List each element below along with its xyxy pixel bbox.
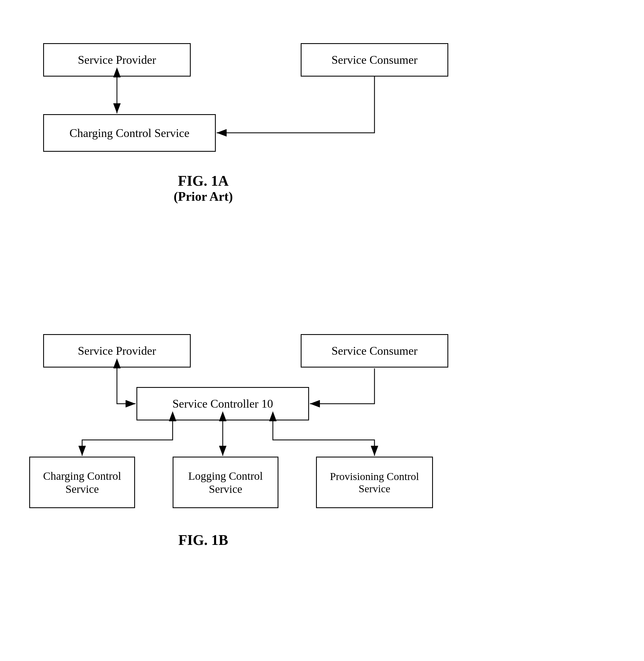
fig1a-service-provider-label: Service Provider [78, 53, 156, 67]
fig1a-service-provider-box: Service Provider [43, 43, 191, 76]
fig1b-provisioning-control-service-label: Provisioning Control Service [330, 470, 419, 495]
fig1a-caption: FIG. 1A (Prior Art) [92, 173, 315, 204]
fig1b-service-controller-box: Service Controller 10 [136, 387, 309, 420]
arrows-overlay [0, 0, 644, 661]
fig1b-charging-control-service-label: Charging Control Service [43, 470, 121, 496]
fig1b-logging-control-service-label: Logging Control Service [188, 470, 263, 496]
fig1a-charging-control-service-box: Charging Control Service [43, 114, 216, 152]
fig1b-service-consumer-box: Service Consumer [301, 334, 448, 367]
fig1b-sc-ctrl-arrow [310, 368, 374, 404]
fig1a-sc-ccs-arrow [216, 76, 374, 133]
fig1b-service-controller-label: Service Controller 10 [172, 397, 273, 410]
diagram-container: Service Provider Service Consumer Chargi… [0, 0, 644, 661]
fig1b-service-provider-box: Service Provider [43, 334, 191, 367]
fig1a-service-consumer-box: Service Consumer [301, 43, 448, 76]
fig1b-logging-control-service-box: Logging Control Service [172, 457, 278, 508]
fig1b-title: FIG. 1B [92, 532, 315, 548]
fig1a-charging-control-service-label: Charging Control Service [70, 127, 190, 140]
fig1a-service-consumer-label: Service Consumer [331, 53, 417, 67]
fig1b-charging-control-service-box: Charging Control Service [29, 457, 135, 508]
fig1a-title: FIG. 1A [92, 173, 315, 189]
fig1b-ctrl-ccs-arrow [82, 421, 172, 456]
fig1b-provisioning-control-service-box: Provisioning Control Service [316, 457, 433, 508]
fig1b-ctrl-pcs-arrow [273, 421, 374, 456]
fig1b-service-consumer-label: Service Consumer [331, 344, 417, 358]
fig1a-subtitle: (Prior Art) [92, 189, 315, 204]
fig1b-sp-ctrl-arrow [117, 368, 136, 404]
fig1b-caption: FIG. 1B [92, 532, 315, 548]
fig1b-service-provider-label: Service Provider [78, 344, 156, 358]
